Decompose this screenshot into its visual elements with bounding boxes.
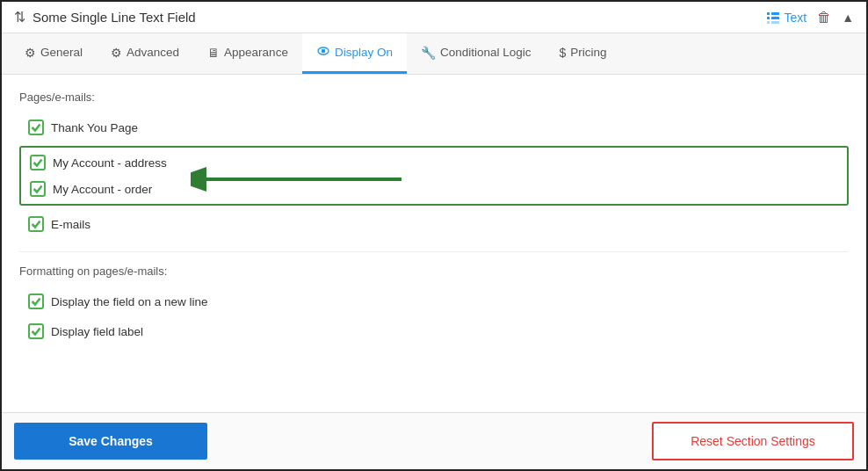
header: ⇅ Some Single Line Text Field Text 🗑 ▲ bbox=[2, 2, 866, 33]
svg-rect-0 bbox=[767, 12, 770, 15]
tab-appearance[interactable]: 🖥 Appearance bbox=[193, 35, 302, 73]
list-icon bbox=[766, 11, 780, 25]
save-changes-button[interactable]: Save Changes bbox=[14, 423, 207, 460]
check-icon-order bbox=[33, 184, 43, 194]
appearance-icon: 🖥 bbox=[207, 46, 220, 60]
formatting-label: Formatting on pages/e-mails: bbox=[19, 264, 849, 278]
pages-emails-label: Pages/e-mails: bbox=[19, 91, 849, 104]
list-item-field-label[interactable]: Display field label bbox=[19, 316, 849, 346]
check-icon-address bbox=[33, 157, 43, 168]
reset-section-settings-button[interactable]: Reset Section Settings bbox=[652, 422, 854, 460]
tab-general[interactable]: ⚙ General bbox=[11, 35, 97, 73]
tab-pricing[interactable]: $ Pricing bbox=[546, 35, 621, 73]
conditional-logic-icon: 🔧 bbox=[421, 46, 436, 60]
section-divider bbox=[19, 251, 849, 252]
header-title: Some Single Line Text Field bbox=[33, 10, 196, 25]
svg-rect-3 bbox=[771, 17, 779, 19]
list-item-emails[interactable]: E-mails bbox=[19, 209, 849, 239]
svg-rect-4 bbox=[767, 21, 770, 24]
footer: Save Changes Reset Section Settings bbox=[2, 412, 866, 469]
tab-display-on[interactable]: Display On bbox=[302, 33, 407, 74]
content-area: Pages/e-mails: Thank You Page My Account… bbox=[2, 75, 866, 412]
sort-icon: ⇅ bbox=[14, 9, 25, 25]
text-type-label: Text bbox=[766, 11, 807, 25]
checkbox-my-account-address[interactable] bbox=[30, 155, 46, 170]
list-item-thank-you[interactable]: Thank You Page bbox=[19, 112, 849, 142]
checkbox-my-account-order[interactable] bbox=[30, 181, 46, 197]
my-account-group: My Account - address My Account - order bbox=[19, 146, 849, 206]
tab-conditional-logic[interactable]: 🔧 Conditional Logic bbox=[407, 35, 546, 73]
pricing-icon: $ bbox=[560, 46, 567, 60]
svg-rect-1 bbox=[771, 12, 779, 15]
check-icon-new-line bbox=[31, 296, 41, 307]
collapse-icon[interactable]: ▲ bbox=[842, 11, 854, 25]
check-icon-field-label bbox=[31, 326, 41, 337]
list-item-my-account-order[interactable]: My Account - order bbox=[21, 176, 847, 202]
svg-point-7 bbox=[322, 49, 324, 52]
general-icon: ⚙ bbox=[25, 46, 36, 60]
formatting-section: Formatting on pages/e-mails: Display the… bbox=[19, 264, 849, 346]
display-on-icon bbox=[316, 44, 330, 61]
check-icon bbox=[31, 122, 41, 133]
tab-advanced[interactable]: ⚙ Advanced bbox=[97, 35, 193, 73]
list-item-new-line[interactable]: Display the field on a new line bbox=[19, 286, 849, 316]
checkbox-new-line[interactable] bbox=[28, 293, 44, 309]
check-icon-emails bbox=[31, 219, 41, 229]
checkbox-thank-you[interactable] bbox=[28, 120, 44, 135]
delete-icon[interactable]: 🗑 bbox=[817, 10, 831, 25]
tabs-bar: ⚙ General ⚙ Advanced 🖥 Appearance Displa… bbox=[2, 33, 866, 75]
header-left: ⇅ Some Single Line Text Field bbox=[14, 9, 196, 25]
svg-rect-2 bbox=[767, 17, 770, 19]
advanced-icon: ⚙ bbox=[111, 46, 122, 60]
checkbox-field-label[interactable] bbox=[28, 323, 44, 339]
svg-rect-5 bbox=[771, 21, 779, 24]
header-right: Text 🗑 ▲ bbox=[766, 10, 854, 25]
list-item-my-account-address[interactable]: My Account - address bbox=[21, 149, 847, 176]
checkbox-emails[interactable] bbox=[28, 216, 44, 232]
eye-icon bbox=[316, 44, 330, 58]
